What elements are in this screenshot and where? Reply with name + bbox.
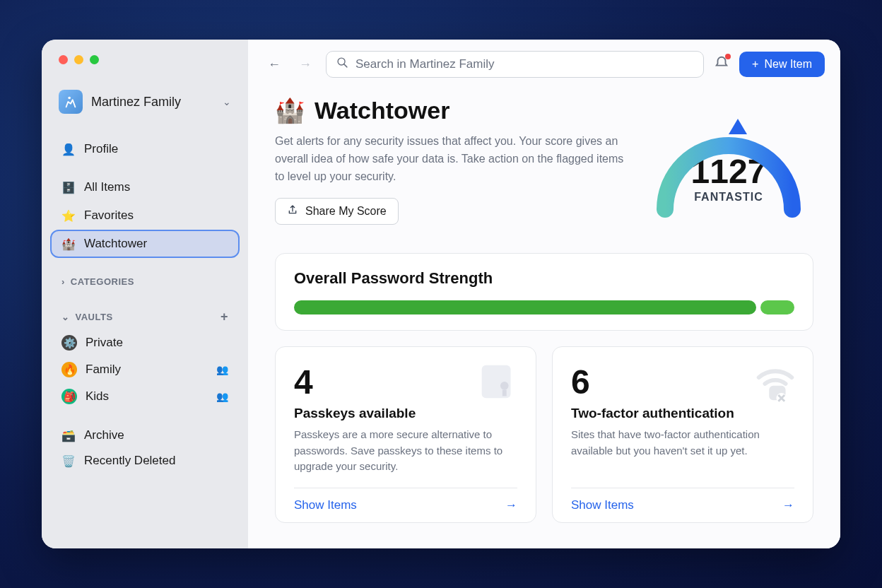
vaults-header[interactable]: ⌄ VAULTS + (52, 302, 238, 330)
sidebar-item-archive[interactable]: 🗃️ Archive (52, 423, 238, 447)
archive-icon: 🗃️ (61, 429, 76, 442)
page-title: 🏰 Watchtower (275, 96, 630, 124)
section-label: VAULTS (76, 312, 113, 322)
chevron-right-icon: › (61, 276, 65, 287)
window-controls (52, 55, 238, 64)
main-panel: ← → Search in Martinez Family + New Item (248, 40, 840, 548)
chevron-down-icon: ⌄ (223, 96, 231, 107)
show-items-button[interactable]: Show Items → (294, 488, 517, 522)
drawer-icon: 🗄️ (61, 181, 76, 194)
sidebar-item-recently-deleted[interactable]: 🗑️ Recently Deleted (52, 449, 238, 473)
card-description: Sites that have two-factor authenticatio… (571, 427, 794, 475)
sidebar-item-favorites[interactable]: ⭐ Favorites (52, 203, 238, 228)
svg-point-0 (68, 97, 71, 100)
lock-wifi-icon (751, 357, 800, 409)
strength-bar (294, 300, 794, 314)
chevron-down-icon: ⌄ (61, 312, 70, 322)
score-gauge: 1127 FANTASTIC (644, 96, 813, 237)
sidebar-item-label: All Items (84, 180, 130, 194)
new-item-button[interactable]: + New Item (739, 52, 825, 77)
shared-icon: 👥 (216, 391, 228, 402)
share-score-button[interactable]: Share My Score (275, 198, 399, 225)
app-window: Martinez Family ⌄ 👤 Profile 🗄️ All Items… (42, 40, 840, 548)
search-placeholder: Search in Martinez Family (355, 57, 495, 71)
svg-marker-3 (729, 119, 747, 134)
vault-item-private[interactable]: ⚙️ Private (52, 330, 238, 355)
svg-point-5 (500, 382, 509, 390)
share-label: Share My Score (305, 205, 387, 218)
arrow-right-icon: → (505, 498, 517, 512)
action-label: Show Items (571, 498, 634, 512)
profile-icon: 👤 (61, 143, 76, 156)
page-description: Get alerts for any security issues that … (275, 133, 630, 185)
twofa-card: 6 Two-factor authentication Sites that h… (552, 346, 813, 523)
sidebar-item-profile[interactable]: 👤 Profile (52, 136, 238, 162)
account-name: Martinez Family (91, 95, 214, 110)
tower-icon: 🏰 (61, 237, 76, 251)
password-strength-card: Overall Password Strength (275, 253, 813, 331)
passkeys-card: 4 Passkeys available Passkeys are a more… (275, 346, 536, 523)
vault-item-family[interactable]: 🔥 Family 👥 (52, 357, 238, 382)
show-items-button[interactable]: Show Items → (571, 488, 794, 522)
section-label: CATEGORIES (71, 276, 134, 287)
tower-icon: 🏰 (275, 96, 305, 124)
vault-item-kids[interactable]: 🎒 Kids 👥 (52, 384, 238, 409)
plus-icon: + (752, 58, 758, 71)
sidebar-item-label: Recently Deleted (84, 454, 175, 468)
account-switcher[interactable]: Martinez Family ⌄ (52, 84, 238, 119)
strength-segment-strong (294, 300, 756, 314)
minimize-window-button[interactable] (74, 55, 83, 64)
vault-icon: ⚙️ (61, 335, 77, 351)
vault-icon: 🎒 (61, 389, 77, 404)
action-label: Show Items (294, 498, 357, 512)
close-window-button[interactable] (59, 55, 68, 64)
vault-name: Kids (86, 389, 208, 404)
account-avatar-icon (59, 90, 83, 114)
topbar: ← → Search in Martinez Family + New Item (248, 40, 840, 89)
sidebar-item-all-items[interactable]: 🗄️ All Items (52, 175, 238, 200)
content-area: 🏰 Watchtower Get alerts for any security… (248, 89, 840, 548)
arrow-right-icon: → (782, 498, 794, 512)
svg-line-2 (344, 64, 347, 67)
vault-name: Private (86, 336, 228, 350)
sidebar-item-label: Archive (84, 428, 124, 442)
card-description: Passkeys are a more secure alternative t… (294, 427, 517, 475)
vault-icon: 🔥 (61, 362, 77, 377)
trash-icon: 🗑️ (61, 454, 76, 468)
share-icon (287, 204, 298, 218)
card-title: Overall Password Strength (294, 269, 794, 288)
categories-header[interactable]: › CATEGORIES (52, 269, 238, 293)
passkey-icon (474, 357, 523, 409)
sidebar-item-label: Favorites (84, 208, 134, 223)
search-icon (336, 57, 348, 72)
add-vault-button[interactable]: + (220, 310, 228, 324)
shared-icon: 👥 (216, 364, 228, 375)
new-item-label: New Item (764, 58, 812, 71)
vault-name: Family (86, 363, 208, 377)
forward-button[interactable]: → (295, 54, 316, 75)
sidebar-item-label: Watchtower (84, 237, 147, 251)
star-icon: ⭐ (61, 209, 76, 223)
sidebar-item-label: Profile (84, 142, 118, 156)
search-input[interactable]: Search in Martinez Family (326, 51, 704, 78)
notifications-button[interactable] (714, 55, 729, 74)
maximize-window-button[interactable] (90, 55, 99, 64)
strength-segment-good (760, 300, 794, 314)
sidebar: Martinez Family ⌄ 👤 Profile 🗄️ All Items… (42, 40, 248, 548)
back-button[interactable]: ← (264, 54, 285, 75)
hero-section: 🏰 Watchtower Get alerts for any security… (275, 96, 813, 237)
sidebar-item-watchtower[interactable]: 🏰 Watchtower (52, 231, 238, 257)
